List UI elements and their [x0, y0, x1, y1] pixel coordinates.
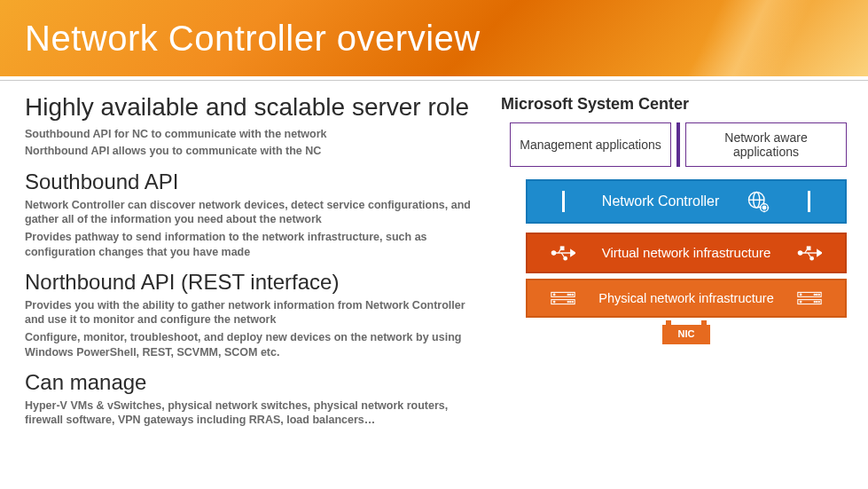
svg-point-41	[817, 302, 817, 303]
virtual-label: Virtual network infrastructure	[602, 246, 771, 260]
svg-marker-11	[571, 250, 575, 256]
heading-northbound: Northbound API (REST interface)	[25, 270, 485, 295]
apps-row: Management applications Network aware ap…	[501, 122, 847, 167]
usb-icon-right	[797, 241, 822, 265]
svg-point-15	[564, 257, 567, 261]
svg-point-39	[818, 294, 819, 295]
bar-icon-left	[551, 189, 575, 214]
svg-point-40	[814, 302, 815, 303]
msc-title: Microsoft System Center	[501, 95, 847, 114]
apps-sep	[676, 122, 680, 167]
usb-icon-left	[551, 241, 575, 265]
mgmt-apps-box: Management applications	[510, 122, 671, 167]
svg-point-22	[810, 257, 814, 261]
netaware-apps-box: Network aware applications	[685, 122, 847, 167]
mgmt-apps-label: Management applications	[520, 138, 661, 152]
nic-wrap: NIC	[526, 325, 847, 344]
left-column: Highly available and scalable server rol…	[25, 93, 485, 430]
nic-badge: NIC	[662, 325, 710, 344]
southbound-p0: Network Controller can discover network …	[25, 198, 485, 227]
network-controller-row: Network Controller	[526, 179, 847, 224]
svg-point-27	[567, 294, 568, 295]
server-icon-left	[551, 286, 575, 311]
svg-point-25	[553, 294, 555, 296]
virtual-infra-row: Virtual network infrastructure	[526, 233, 847, 273]
northbound-p1: Configure, monitor, troubleshoot, and de…	[25, 330, 485, 359]
svg-rect-20	[807, 247, 810, 250]
heading-southbound: Southbound API	[25, 170, 485, 194]
svg-point-32	[572, 302, 573, 303]
slide: Network Controller overview Highly avail…	[0, 0, 868, 489]
bar-icon-right	[797, 189, 822, 214]
svg-point-4	[762, 206, 766, 209]
main-sub-1: Northbound API allows you to communicate…	[25, 144, 485, 159]
nc-label: Network Controller	[602, 194, 719, 209]
server-icon-right	[797, 286, 822, 311]
body: Highly available and scalable server rol…	[0, 81, 868, 430]
southbound-p1: Provides pathway to send information to …	[25, 230, 485, 259]
svg-point-36	[800, 301, 802, 303]
svg-rect-13	[560, 247, 564, 250]
right-column: Microsoft System Center Management appli…	[501, 93, 847, 430]
svg-point-35	[800, 294, 802, 296]
svg-point-31	[570, 302, 571, 303]
header-bar: Network Controller overview	[0, 0, 868, 76]
svg-marker-18	[817, 250, 822, 256]
main-sub-0: Southbound API for NC to communicate wit…	[25, 127, 485, 142]
svg-point-29	[572, 294, 573, 295]
physical-label: Physical network infrastructure	[598, 292, 773, 305]
northbound-p0: Provides you with the ability to gather …	[25, 298, 485, 327]
svg-point-42	[818, 302, 819, 303]
slide-title: Network Controller overview	[25, 19, 481, 59]
svg-point-37	[814, 294, 815, 295]
heading-main: Highly available and scalable server rol…	[25, 93, 485, 122]
globe-gear-icon	[746, 189, 770, 214]
canmanage-p0: Hyper-V VMs & vSwitches, physical networ…	[25, 398, 485, 428]
physical-infra-row: Physical network infrastructure	[526, 279, 847, 318]
svg-point-38	[817, 294, 817, 295]
svg-point-30	[567, 302, 568, 303]
netaware-apps-label: Network aware applications	[692, 130, 841, 159]
svg-point-28	[570, 294, 571, 295]
heading-canmanage: Can manage	[25, 370, 485, 395]
svg-point-26	[553, 301, 555, 303]
